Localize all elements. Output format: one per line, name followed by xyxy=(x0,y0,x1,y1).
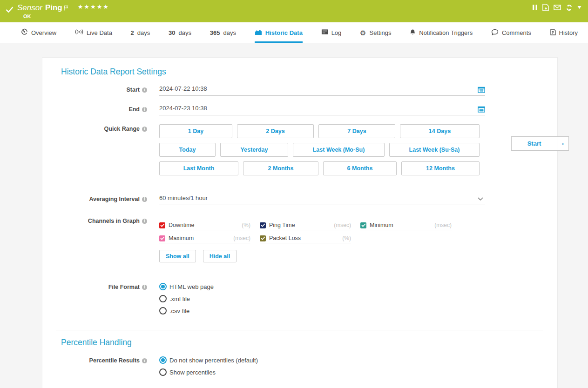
start-label: Starti xyxy=(42,85,147,94)
radio-button[interactable] xyxy=(159,368,167,376)
report-add-icon[interactable] xyxy=(542,4,549,11)
info-icon[interactable]: i xyxy=(142,285,147,290)
calendar-icon[interactable] xyxy=(478,86,485,95)
header-toolbar xyxy=(533,4,581,11)
channel-checkbox[interactable] xyxy=(260,235,266,241)
channel-item-minimum[interactable]: Minimum (msec) xyxy=(360,221,452,230)
quick-range-1-day-button[interactable]: 1 Day xyxy=(159,124,232,138)
tab-30-days[interactable]: 30 days xyxy=(169,22,191,43)
tab-historic-data[interactable]: Historic Data xyxy=(255,22,303,43)
tab-log[interactable]: Log xyxy=(321,22,342,43)
quick-range-14-days-button[interactable]: 14 Days xyxy=(400,124,480,138)
status-badge: OK xyxy=(23,13,31,19)
sensor-name: Ping xyxy=(45,2,62,13)
field-row-averaging-interval: Averaging Intervali 60 minutes/1 hour xyxy=(42,194,557,205)
info-icon[interactable]: i xyxy=(142,197,147,202)
quick-range-last-week-mo-su-button[interactable]: Last Week (Mo-Su) xyxy=(293,143,385,157)
section-title-historic-data-report-settings: Historic Data Report Settings xyxy=(61,67,557,77)
channel-item-ping-time[interactable]: Ping Time (msec) xyxy=(260,221,351,230)
tab-overview[interactable]: Overview xyxy=(21,22,56,43)
comment-icon xyxy=(491,29,499,37)
info-icon[interactable]: i xyxy=(142,87,147,93)
gauge-icon xyxy=(21,28,28,37)
pause-icon[interactable] xyxy=(533,4,538,11)
report-action-bar: Start › xyxy=(511,136,569,151)
start-date-input[interactable]: 2024-07-22 10:38 xyxy=(159,85,485,96)
channels-in-graph-label: Channels in Graphi xyxy=(42,216,147,225)
priority-stars[interactable]: ★★★★★ xyxy=(78,2,109,12)
channel-grid: Downtime (%) Ping Time (msec) Minimum (m… xyxy=(159,221,452,243)
averaging-interval-label: Averaging Intervali xyxy=(42,194,147,203)
page-title: Sensor Ping ★★★★★ xyxy=(17,2,109,14)
end-date-input[interactable]: 2024-07-23 10:38 xyxy=(159,105,485,115)
field-row-quick-range: Quick Rangei 1 Day 2 Days 7 Days 14 Days… xyxy=(42,124,557,180)
percentile-results-label: Percentile Resultsi xyxy=(42,356,147,364)
field-row-end: Endi 2024-07-23 10:38 xyxy=(42,105,557,115)
mail-icon[interactable] xyxy=(554,5,561,10)
percentile-option-do-not-show[interactable]: Do not show percentiles (default) xyxy=(159,356,258,364)
section-title-percentile-handling: Percentile Handling xyxy=(61,338,557,348)
caret-down-icon[interactable] xyxy=(577,6,581,9)
channel-checkbox[interactable] xyxy=(260,222,266,228)
calendar-icon[interactable] xyxy=(478,106,485,114)
file-format-option-xml[interactable]: .xml file xyxy=(159,294,214,303)
channel-item-maximum[interactable]: Maximum (msec) xyxy=(159,234,250,243)
averaging-interval-value: 60 minutes/1 hour xyxy=(159,194,208,201)
field-row-channels-in-graph: Channels in Graphi Downtime (%) Ping Tim… xyxy=(42,216,557,262)
percentile-option-show[interactable]: Show percentiles xyxy=(159,368,258,376)
field-row-start: Starti 2024-07-22 10:38 xyxy=(42,85,557,96)
sensor-header: Sensor Ping ★★★★★ OK xyxy=(0,0,588,22)
file-format-label: File Formati xyxy=(42,282,147,291)
sensor-type-label: Sensor xyxy=(17,2,42,13)
broadcast-icon xyxy=(75,29,83,36)
chevron-right-button[interactable]: › xyxy=(557,136,569,151)
radio-button[interactable] xyxy=(159,356,167,364)
tab-comments[interactable]: Comments xyxy=(491,22,531,43)
info-icon[interactable]: i xyxy=(142,107,147,112)
quick-range-2-days-button[interactable]: 2 Days xyxy=(237,124,314,138)
end-label: Endi xyxy=(42,105,147,113)
history-icon xyxy=(550,29,556,37)
chevron-down-icon xyxy=(478,197,483,201)
quick-range-7-days-button[interactable]: 7 Days xyxy=(318,124,395,138)
tab-live-data[interactable]: Live Data xyxy=(75,22,112,43)
show-all-button[interactable]: Show all xyxy=(159,250,196,262)
quick-range-last-week-su-sa-button[interactable]: Last Week (Su-Sa) xyxy=(389,143,480,157)
field-row-percentile-results: Percentile Resultsi Do not show percenti… xyxy=(42,356,557,380)
quick-range-6-months-button[interactable]: 6 Months xyxy=(323,161,397,175)
area-chart-icon xyxy=(255,29,262,37)
channel-checkbox[interactable] xyxy=(159,222,165,228)
bell-icon xyxy=(410,29,416,37)
tab-notification-triggers[interactable]: Notification Triggers xyxy=(410,22,473,43)
quick-range-12-months-button[interactable]: 12 Months xyxy=(401,161,480,175)
averaging-interval-select[interactable]: 60 minutes/1 hour xyxy=(159,194,485,205)
tab-2-days[interactable]: 2 days xyxy=(131,22,150,43)
channel-item-downtime[interactable]: Downtime (%) xyxy=(159,221,250,230)
start-report-button[interactable]: Start xyxy=(511,136,557,151)
start-date-value: 2024-07-22 10:38 xyxy=(159,85,207,92)
field-row-file-format: File Formati HTML web page .xml file .cs… xyxy=(42,282,557,319)
quick-range-last-month-button[interactable]: Last Month xyxy=(159,161,238,175)
tab-365-days[interactable]: 365 days xyxy=(210,22,236,43)
channel-checkbox[interactable] xyxy=(159,235,165,241)
info-icon[interactable]: i xyxy=(142,219,147,224)
quick-range-today-button[interactable]: Today xyxy=(159,143,216,157)
gear-icon: ⚙ xyxy=(360,29,366,36)
flag-icon[interactable] xyxy=(64,3,68,14)
radio-button[interactable] xyxy=(159,295,167,302)
tab-history[interactable]: History xyxy=(550,22,578,43)
refresh-icon[interactable] xyxy=(566,4,573,11)
info-icon[interactable]: i xyxy=(142,127,147,132)
tab-settings[interactable]: ⚙ Settings xyxy=(360,22,391,43)
radio-button[interactable] xyxy=(159,307,167,314)
hide-all-button[interactable]: Hide all xyxy=(203,250,237,262)
end-date-value: 2024-07-23 10:38 xyxy=(159,105,207,112)
info-icon[interactable]: i xyxy=(142,358,147,363)
file-format-option-html[interactable]: HTML web page xyxy=(159,282,214,291)
quick-range-2-months-button[interactable]: 2 Months xyxy=(243,161,318,175)
channel-item-packet-loss[interactable]: Packet Loss (%) xyxy=(260,234,351,243)
file-format-option-csv[interactable]: .csv file xyxy=(159,307,214,315)
radio-button[interactable] xyxy=(159,283,167,290)
quick-range-yesterday-button[interactable]: Yesterday xyxy=(220,143,288,157)
channel-checkbox[interactable] xyxy=(360,222,366,228)
